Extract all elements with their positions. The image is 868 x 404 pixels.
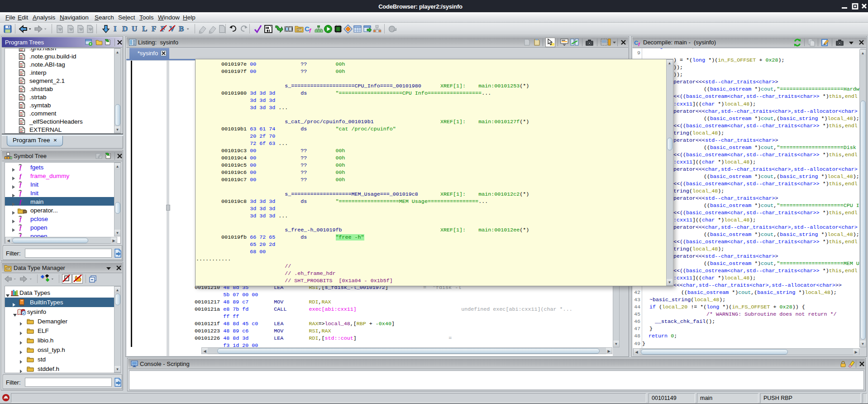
- svg-text:L: L: [142, 24, 147, 33]
- svg-text:F: F: [152, 24, 156, 33]
- svg-text:f: f: [638, 42, 640, 47]
- svg-text:f: f: [19, 164, 22, 171]
- svg-text:f: f: [19, 181, 22, 188]
- svg-text:DT: DT: [297, 28, 301, 31]
- svg-text:f: f: [19, 190, 22, 197]
- svg-text:f: f: [19, 216, 22, 222]
- svg-text:I: I: [114, 24, 117, 33]
- svg-text:f: f: [19, 198, 22, 205]
- svg-text:f: f: [19, 224, 22, 231]
- svg-text:B: B: [179, 24, 184, 33]
- svg-text:DT: DT: [6, 267, 10, 270]
- svg-text:U: U: [132, 24, 137, 33]
- svg-text:f: f: [309, 28, 311, 34]
- svg-text:f: f: [19, 173, 22, 179]
- svg-text:D: D: [122, 24, 128, 33]
